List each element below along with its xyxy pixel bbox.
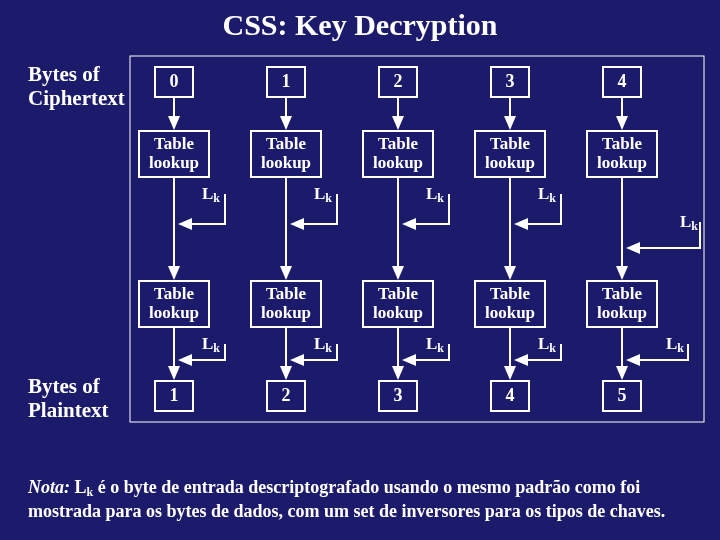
table-lookup-r1-c2: Table lookup (362, 130, 434, 178)
plaintext-word: Plaintext (28, 398, 108, 422)
table-lookup-r1-c3: Table lookup (474, 130, 546, 178)
lk-r2-c1: Lk (314, 334, 332, 356)
footnote-lk: Lk (75, 477, 94, 497)
table-lookup-r1-c4: Table lookup (586, 130, 658, 178)
lk-r2-c3: Lk (538, 334, 556, 356)
table-lookup-r1-c1: Table lookup (250, 130, 322, 178)
lk-r1-c3: Lk (538, 184, 556, 206)
lk-r2-c2: Lk (426, 334, 444, 356)
table-lookup-r2-c4: Table lookup (586, 280, 658, 328)
cipher-byte-0: 0 (154, 66, 194, 98)
table-lookup-r1-c0: Table lookup (138, 130, 210, 178)
lk-r1-c2: Lk (426, 184, 444, 206)
svg-rect-15 (130, 56, 704, 422)
table-lookup-r2-c2: Table lookup (362, 280, 434, 328)
lk-r2-c4: Lk (666, 334, 684, 356)
plain-byte-4: 4 (490, 380, 530, 412)
lk-r2-c0: Lk (202, 334, 220, 356)
ciphertext-word: Ciphertext (28, 86, 125, 110)
plain-byte-3: 3 (378, 380, 418, 412)
ciphertext-label: Bytes of Ciphertext (28, 62, 125, 110)
plain-byte-2: 2 (266, 380, 306, 412)
plain-byte-5: 5 (602, 380, 642, 412)
cipher-byte-4: 4 (602, 66, 642, 98)
table-lookup-r2-c0: Table lookup (138, 280, 210, 328)
cipher-byte-1: 1 (266, 66, 306, 98)
bytes-of-2: Bytes of (28, 374, 100, 398)
footnote: Nota: Lk é o byte de entrada descriptogr… (28, 476, 692, 523)
footnote-rest: é o byte de entrada descriptografado usa… (28, 477, 665, 521)
cipher-byte-2: 2 (378, 66, 418, 98)
table-lookup-r2-c1: Table lookup (250, 280, 322, 328)
table-lookup-r2-c3: Table lookup (474, 280, 546, 328)
lk-r1-extra: Lk (680, 212, 698, 234)
page-title: CSS: Key Decryption (0, 8, 720, 42)
bytes-of-1: Bytes of (28, 62, 100, 86)
lk-r1-c0: Lk (202, 184, 220, 206)
plaintext-label: Bytes of Plaintext (28, 374, 108, 422)
lk-r1-c1: Lk (314, 184, 332, 206)
footnote-nota: Nota: (28, 477, 70, 497)
plain-byte-1: 1 (154, 380, 194, 412)
cipher-byte-3: 3 (490, 66, 530, 98)
